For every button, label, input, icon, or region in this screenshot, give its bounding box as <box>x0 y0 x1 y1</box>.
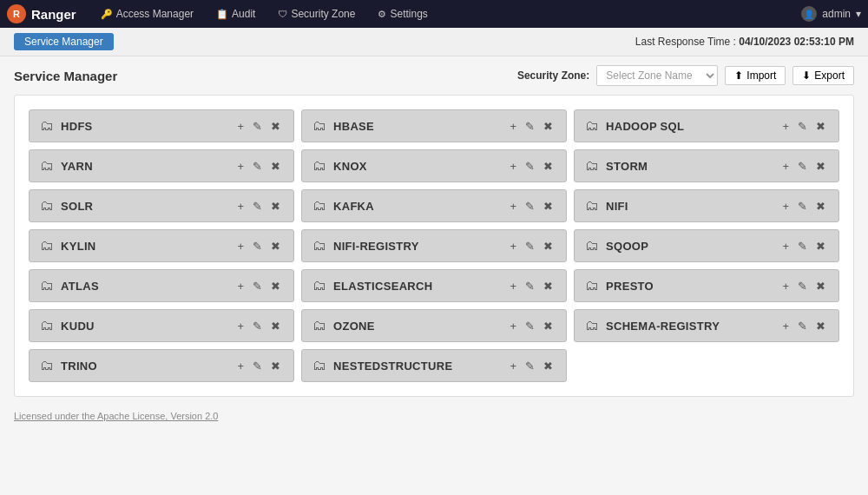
service-card-knox[interactable]: 🗂 KNOX + ✎ ✖ <box>301 149 567 182</box>
delete-service-button-nestedstructure[interactable]: ✖ <box>541 359 556 373</box>
nav-item-settings[interactable]: ⚙ Settings <box>367 0 437 28</box>
service-card-ozone[interactable]: 🗂 OZONE + ✎ ✖ <box>301 309 567 342</box>
delete-service-button-nifi[interactable]: ✖ <box>813 199 828 214</box>
delete-service-button-kudu[interactable]: ✖ <box>268 319 283 333</box>
add-policy-button-yarn[interactable]: + <box>234 159 247 174</box>
brand-logo[interactable]: R Ranger <box>7 4 76 23</box>
edit-service-button-presto[interactable]: ✎ <box>795 279 810 294</box>
add-policy-button-trino[interactable]: + <box>234 359 247 373</box>
service-card-schema-registry[interactable]: 🗂 SCHEMA-REGISTRY + ✎ ✖ <box>574 309 839 342</box>
edit-service-button-hadoop-sql[interactable]: ✎ <box>795 119 810 134</box>
add-policy-button-knox[interactable]: + <box>507 159 519 174</box>
service-card-nestedstructure[interactable]: 🗂 NESTEDSTRUCTURE + ✎ ✖ <box>301 349 567 382</box>
folder-icon: 🗂 <box>40 118 54 134</box>
edit-service-button-sqoop[interactable]: ✎ <box>795 239 810 254</box>
service-card-sqoop[interactable]: 🗂 SQOOP + ✎ ✖ <box>574 229 839 262</box>
delete-service-button-sqoop[interactable]: ✖ <box>813 239 828 254</box>
delete-service-button-storm[interactable]: ✖ <box>813 159 828 174</box>
nav-item-security-zone[interactable]: 🛡 Security Zone <box>267 0 365 28</box>
add-policy-button-kafka[interactable]: + <box>507 199 519 214</box>
edit-service-button-yarn[interactable]: ✎ <box>250 159 265 174</box>
service-card-solr[interactable]: 🗂 SOLR + ✎ ✖ <box>29 189 294 222</box>
service-card-elasticsearch[interactable]: 🗂 ELASTICSEARCH + ✎ ✖ <box>301 269 567 302</box>
add-policy-button-hbase[interactable]: + <box>507 119 519 134</box>
edit-service-button-nifi-registry[interactable]: ✎ <box>523 239 537 254</box>
footer[interactable]: Licensed under the Apache License, Versi… <box>0 397 868 435</box>
edit-service-button-elasticsearch[interactable]: ✎ <box>523 279 537 294</box>
service-card-atlas[interactable]: 🗂 ATLAS + ✎ ✖ <box>29 269 294 302</box>
edit-service-button-hbase[interactable]: ✎ <box>523 119 537 134</box>
add-policy-button-nifi-registry[interactable]: + <box>507 239 519 254</box>
service-card-kafka[interactable]: 🗂 KAFKA + ✎ ✖ <box>301 189 567 222</box>
delete-service-button-hdfs[interactable]: ✖ <box>268 119 283 134</box>
delete-service-button-hbase[interactable]: ✖ <box>541 119 556 134</box>
edit-service-button-schema-registry[interactable]: ✎ <box>795 319 810 333</box>
delete-service-button-trino[interactable]: ✖ <box>268 359 283 373</box>
edit-service-button-trino[interactable]: ✎ <box>250 359 265 373</box>
service-card-kudu[interactable]: 🗂 KUDU + ✎ ✖ <box>29 309 294 342</box>
edit-service-button-ozone[interactable]: ✎ <box>523 319 537 333</box>
service-left-knox: 🗂 KNOX <box>312 158 367 174</box>
delete-service-button-hadoop-sql[interactable]: ✖ <box>813 119 828 134</box>
service-name-storm: STORM <box>606 160 648 173</box>
add-policy-button-storm[interactable]: + <box>779 159 792 174</box>
service-card-hbase[interactable]: 🗂 HBASE + ✎ ✖ <box>301 109 567 142</box>
add-policy-button-kudu[interactable]: + <box>234 319 247 333</box>
delete-service-button-solr[interactable]: ✖ <box>268 199 283 214</box>
add-policy-button-schema-registry[interactable]: + <box>779 319 792 333</box>
add-policy-button-kylin[interactable]: + <box>234 239 247 254</box>
add-policy-button-ozone[interactable]: + <box>507 319 519 333</box>
nav-item-audit[interactable]: 📋 Audit <box>206 0 266 28</box>
service-left-solr: 🗂 SOLR <box>40 198 93 214</box>
import-icon: ⬆ <box>734 69 743 82</box>
export-button[interactable]: ⬇ Export <box>792 66 854 85</box>
delete-service-button-presto[interactable]: ✖ <box>813 279 828 294</box>
import-button[interactable]: ⬆ Import <box>725 66 786 85</box>
folder-icon: 🗂 <box>585 238 599 254</box>
add-policy-button-nifi[interactable]: + <box>779 199 792 214</box>
edit-service-button-solr[interactable]: ✎ <box>250 199 265 214</box>
delete-service-button-atlas[interactable]: ✖ <box>268 279 283 294</box>
service-card-kylin[interactable]: 🗂 KYLIN + ✎ ✖ <box>29 229 294 262</box>
nav-items: 🔑 Access Manager 📋 Audit 🛡 Security Zone… <box>90 0 802 28</box>
service-manager-tab[interactable]: Service Manager <box>14 33 114 50</box>
edit-service-button-nestedstructure[interactable]: ✎ <box>523 359 537 373</box>
service-card-storm[interactable]: 🗂 STORM + ✎ ✖ <box>574 149 839 182</box>
service-card-hadoop-sql[interactable]: 🗂 HADOOP SQL + ✎ ✖ <box>574 109 839 142</box>
delete-service-button-elasticsearch[interactable]: ✖ <box>541 279 556 294</box>
delete-service-button-yarn[interactable]: ✖ <box>268 159 283 174</box>
service-card-trino[interactable]: 🗂 TRINO + ✎ ✖ <box>29 349 294 382</box>
add-policy-button-presto[interactable]: + <box>779 279 792 294</box>
delete-service-button-knox[interactable]: ✖ <box>541 159 556 174</box>
service-card-nifi[interactable]: 🗂 NIFI + ✎ ✖ <box>574 189 839 222</box>
edit-service-button-nifi[interactable]: ✎ <box>795 199 810 214</box>
edit-service-button-knox[interactable]: ✎ <box>523 159 537 174</box>
add-policy-button-sqoop[interactable]: + <box>779 239 792 254</box>
service-card-presto[interactable]: 🗂 PRESTO + ✎ ✖ <box>574 269 839 302</box>
delete-service-button-kylin[interactable]: ✖ <box>268 239 283 254</box>
delete-service-button-ozone[interactable]: ✖ <box>541 319 556 333</box>
edit-service-button-atlas[interactable]: ✎ <box>250 279 265 294</box>
delete-service-button-schema-registry[interactable]: ✖ <box>813 319 828 333</box>
folder-icon: 🗂 <box>40 318 54 333</box>
add-policy-button-hdfs[interactable]: + <box>234 119 247 134</box>
service-card-yarn[interactable]: 🗂 YARN + ✎ ✖ <box>29 149 294 182</box>
service-card-hdfs[interactable]: 🗂 HDFS + ✎ ✖ <box>29 109 294 142</box>
edit-service-button-hdfs[interactable]: ✎ <box>250 119 265 134</box>
zone-label: Security Zone: <box>517 69 589 82</box>
delete-service-button-kafka[interactable]: ✖ <box>541 199 556 214</box>
edit-service-button-kylin[interactable]: ✎ <box>250 239 265 254</box>
delete-service-button-nifi-registry[interactable]: ✖ <box>541 239 556 254</box>
add-policy-button-solr[interactable]: + <box>234 199 247 214</box>
service-left-kafka: 🗂 KAFKA <box>312 198 374 214</box>
edit-service-button-kudu[interactable]: ✎ <box>250 319 265 333</box>
add-policy-button-atlas[interactable]: + <box>234 279 247 294</box>
add-policy-button-elasticsearch[interactable]: + <box>507 279 519 294</box>
edit-service-button-storm[interactable]: ✎ <box>795 159 810 174</box>
edit-service-button-kafka[interactable]: ✎ <box>523 199 537 214</box>
add-policy-button-nestedstructure[interactable]: + <box>507 359 519 373</box>
nav-item-access-manager[interactable]: 🔑 Access Manager <box>90 0 204 28</box>
zone-select[interactable]: Select Zone Name <box>596 65 718 86</box>
service-card-nifi-registry[interactable]: 🗂 NIFI-REGISTRY + ✎ ✖ <box>301 229 567 262</box>
add-policy-button-hadoop-sql[interactable]: + <box>779 119 792 134</box>
